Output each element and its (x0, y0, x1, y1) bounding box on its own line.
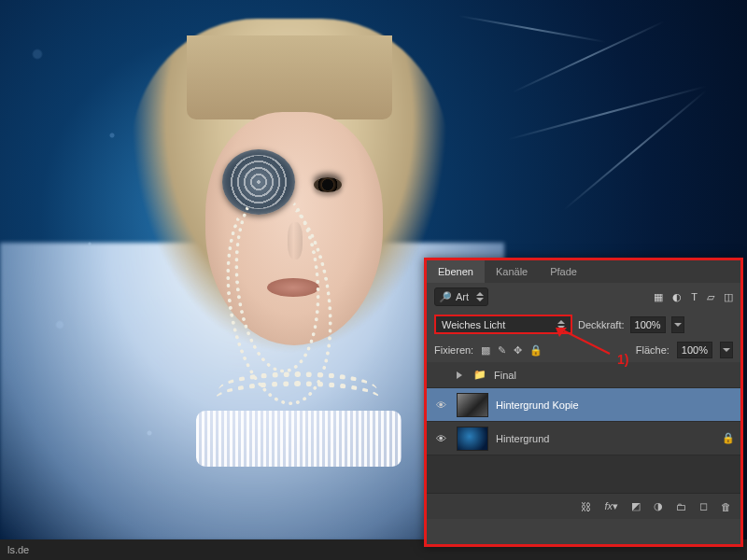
layer-list-empty (427, 455, 740, 493)
fill-label: Fläche: (636, 344, 669, 356)
layer-thumbnail[interactable] (457, 393, 488, 417)
layer-group[interactable]: 📁 Final (427, 362, 740, 388)
search-icon: 🔎 (439, 291, 452, 303)
fill-field[interactable]: 100% (677, 342, 712, 358)
lock-icon: 🔒 (722, 432, 735, 444)
portrait-bangs (187, 35, 392, 119)
svg-line-0 (561, 329, 610, 354)
portrait-eye (314, 177, 342, 192)
new-group-icon[interactable]: 🗀 (676, 501, 686, 512)
visibility-toggle[interactable]: 👁 (432, 399, 449, 411)
light-streak (563, 90, 707, 211)
adjustment-layer-icon[interactable]: ◑ (654, 500, 663, 512)
status-text: ls.de (7, 544, 29, 555)
tab-channels[interactable]: Kanäle (485, 260, 539, 283)
layer-name[interactable]: Hintergrund Kopie (496, 399, 735, 411)
link-layers-icon[interactable]: ⛓ (581, 501, 591, 512)
layer-row[interactable]: 👁 Hintergrund 🔒 (427, 422, 740, 455)
disclosure-triangle-icon[interactable] (457, 371, 462, 379)
filter-pixel-icon[interactable]: ▦ (654, 291, 663, 303)
layer-style-icon[interactable]: fx▾ (604, 500, 618, 512)
delete-layer-icon[interactable]: 🗑 (721, 501, 731, 512)
filter-shape-icon[interactable]: ▱ (707, 291, 714, 303)
new-layer-icon[interactable]: ◻ (699, 500, 708, 512)
lock-position-icon[interactable]: ✥ (514, 344, 522, 357)
annotation-arrow (556, 328, 621, 356)
opacity-field[interactable]: 100% (630, 316, 666, 333)
folder-icon: 📁 (473, 369, 486, 381)
layer-row[interactable]: 👁 Hintergrund Kopie (427, 388, 740, 422)
light-streak (512, 21, 665, 93)
filter-label: Art (456, 291, 469, 302)
layers-panel: Ebenen Kanäle Pfade 🔎 Art ▦ ◐ T ▱ ◫ Weic… (424, 258, 743, 547)
blend-mode-dropdown[interactable]: Weiches Licht (434, 315, 572, 334)
visibility-toggle[interactable]: 👁 (432, 433, 449, 444)
annotation-label: 1) (617, 352, 628, 367)
opacity-dropdown[interactable] (671, 316, 684, 333)
blend-mode-value: Weiches Licht (442, 319, 505, 330)
layer-filter-bar: 🔎 Art ▦ ◐ T ▱ ◫ (427, 283, 740, 311)
lock-transparent-icon[interactable]: ▩ (481, 344, 490, 357)
group-name[interactable]: Final (494, 370, 735, 381)
filter-adjustment-icon[interactable]: ◐ (672, 291, 682, 303)
filter-type-icon[interactable]: T (691, 291, 698, 303)
lock-pixels-icon[interactable]: ✎ (498, 344, 506, 357)
panel-tabs: Ebenen Kanäle Pfade (427, 260, 740, 283)
layer-mask-icon[interactable]: ◩ (631, 500, 641, 512)
layers-panel-footer: ⛓ fx▾ ◩ ◑ 🗀 ◻ 🗑 (427, 493, 740, 519)
opacity-value: 100% (635, 319, 661, 330)
filter-stepper[interactable] (476, 292, 484, 301)
filter-smart-icon[interactable]: ◫ (724, 291, 733, 303)
tab-layers[interactable]: Ebenen (427, 260, 485, 283)
layer-thumbnail[interactable] (457, 427, 488, 451)
fill-value: 100% (682, 344, 708, 356)
fill-dropdown[interactable] (720, 342, 733, 358)
lace-collar (196, 411, 402, 467)
tab-paths[interactable]: Pfade (539, 260, 588, 283)
light-streak (458, 15, 606, 43)
lock-label: Fixieren: (434, 344, 473, 356)
layer-list: 📁 Final 👁 Hintergrund Kopie 👁 Hintergrun… (427, 362, 740, 493)
layer-name[interactable]: Hintergrund (496, 433, 714, 444)
lock-all-icon[interactable]: 🔒 (529, 344, 543, 357)
filter-type-dropdown[interactable]: 🔎 Art (434, 287, 488, 306)
